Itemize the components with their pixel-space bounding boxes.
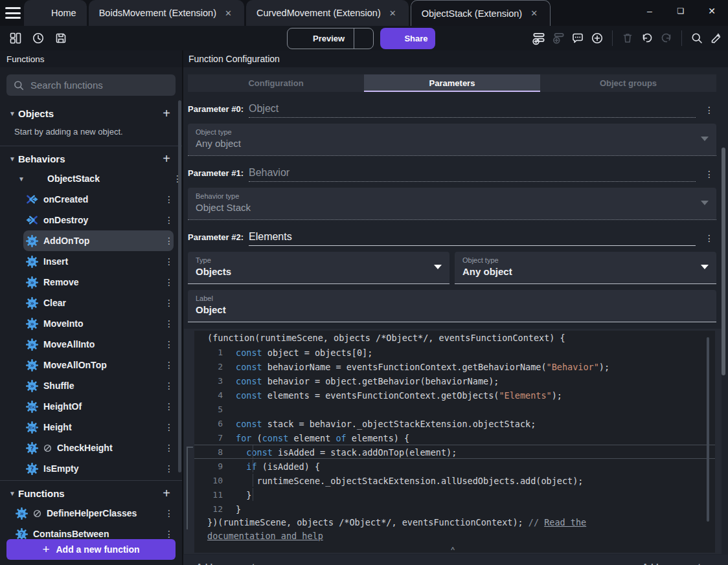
item-menu-button[interactable]: ⋮ (159, 381, 174, 391)
add-comment-icon[interactable] (570, 30, 586, 46)
panels-icon[interactable] (8, 30, 23, 46)
function-item-moveallinto[interactable]: »MoveAllInto ⋮ (23, 334, 174, 355)
item-menu-button[interactable]: ⋮ (159, 215, 174, 225)
documentation-link[interactable]: Read the (544, 517, 586, 527)
item-menu-button[interactable]: ⋮ (159, 256, 174, 267)
add-objects-button[interactable]: + (159, 107, 174, 120)
tab-objectstack-extension[interactable]: ObjectStack (Extension)✕ (411, 0, 551, 26)
config-tab-configuration[interactable]: Configuration (188, 74, 364, 92)
parameter-menu-button[interactable]: ⋮ (696, 105, 716, 118)
function-item-clear[interactable]: »Clear ⋮ (23, 293, 174, 313)
editor-scrollbar[interactable] (707, 337, 709, 522)
parameter-name-field[interactable]: Behavior (249, 167, 696, 182)
svg-text:»: » (30, 258, 34, 265)
code-line-4[interactable]: 4 const elements = eventsFunctionContext… (194, 388, 715, 402)
dropdown-object-type[interactable]: Object type Any object (455, 252, 716, 284)
function-item-heightof[interactable]: f(x)HeightOf ⋮ (23, 396, 174, 417)
editor-resize-handle[interactable]: ^ (451, 546, 455, 554)
function-item-checkheight[interactable]: ?CheckHeight ⋮ (23, 438, 174, 458)
main-scrollbar[interactable] (722, 148, 725, 375)
function-item-oncreated[interactable]: onCreated ⋮ (23, 189, 174, 210)
parameter-name-field[interactable]: Object (249, 103, 696, 118)
tab-close-icon[interactable]: ✕ (223, 7, 234, 19)
code-line-5[interactable]: 5 (194, 402, 715, 416)
function-item-moveinto[interactable]: »MoveInto ⋮ (23, 313, 174, 334)
history-icon[interactable] (30, 30, 46, 46)
edit-pen-icon[interactable] (709, 30, 724, 46)
function-item-height[interactable]: f(x)Height ⋮ (23, 417, 174, 438)
code-line-2[interactable]: 2 const behaviorName = eventsFunctionCon… (194, 359, 715, 373)
tab-home[interactable]: Home (24, 0, 87, 26)
code-line-11[interactable]: 11 } (194, 487, 715, 502)
function-item-remove[interactable]: »Remove ⋮ (23, 272, 174, 293)
parameter-menu-button[interactable]: ⋮ (696, 169, 716, 182)
tab-close-icon[interactable]: ✕ (387, 7, 398, 19)
function-item-isempty[interactable]: ?IsEmpty ⋮ (23, 458, 174, 479)
item-menu-button[interactable]: ⋮ (159, 401, 174, 412)
add-behaviors-button[interactable]: + (159, 152, 174, 165)
item-menu-button[interactable]: ⋮ (159, 298, 174, 308)
preview-options-dropdown[interactable] (354, 28, 373, 49)
item-menu-button[interactable]: ⋮ (159, 339, 174, 349)
code-line-7[interactable]: 7 for (const element of elements) { (194, 430, 715, 445)
parameter-name-field[interactable]: Elements (249, 231, 696, 246)
function-item-definehelperclasses[interactable]: »DefineHelperClasses ⋮ (13, 503, 174, 524)
share-button[interactable]: Share (380, 28, 435, 49)
preview-button[interactable]: Preview (288, 28, 354, 49)
code-line-10[interactable]: 10 runtimeScene._objectStackExtension.al… (194, 473, 715, 487)
tab-boidsmovement-extension[interactable]: BoidsMovement (Extension)✕ (89, 0, 244, 26)
main-menu-button[interactable] (5, 7, 21, 19)
add-new-function-button[interactable]: + Add a new function (6, 539, 176, 560)
add-functions-button[interactable]: + (159, 487, 174, 500)
window-controls: –❏✕ (643, 4, 719, 18)
section-header-functions[interactable]: ▼ Functions + (0, 483, 182, 503)
add-event-icon[interactable] (531, 30, 547, 46)
code-line-6[interactable]: 6 const stack = behavior._objectStackExt… (194, 416, 715, 430)
code-line-12[interactable]: 12 } (194, 502, 715, 516)
function-item-addontop[interactable]: »AddOnTop ⋮ (23, 230, 174, 251)
add-circle-icon[interactable] (589, 30, 605, 46)
add-parameter-button[interactable]: Add a parameter (196, 562, 263, 565)
item-menu-button[interactable]: ⋮ (159, 318, 174, 329)
item-menu-button[interactable]: ⋮ (159, 443, 174, 453)
search-icon[interactable] (689, 30, 705, 46)
window-maximize-button[interactable]: ❏ (674, 4, 688, 18)
dropdown-type[interactable]: Type Objects (188, 252, 449, 284)
code-line-9[interactable]: 9 if (isAdded) { (194, 459, 715, 473)
item-menu-button[interactable]: ⋮ (159, 194, 174, 205)
undo-icon[interactable] (639, 30, 655, 46)
item-menu-button[interactable]: ⋮ (159, 236, 174, 246)
item-menu-button[interactable]: ⋮ (159, 529, 174, 539)
function-item-moveallontop[interactable]: »MoveAllOnTop ⋮ (23, 355, 174, 375)
item-menu-button[interactable]: ⋮ (159, 422, 174, 432)
sidebar-scrollbar[interactable] (178, 100, 181, 472)
folder-objectstack[interactable]: ▼ ObjectStack ⋮ (0, 168, 182, 189)
window-minimize-button[interactable]: – (643, 4, 657, 18)
code-line-1[interactable]: 1 const object = objects[0]; (194, 345, 715, 359)
item-menu-button[interactable]: ⋮ (159, 277, 174, 287)
item-menu-button[interactable]: ⋮ (159, 508, 174, 518)
documentation-link[interactable]: documentation and help (207, 531, 323, 541)
section-header-behaviors[interactable]: ▼ Behaviors + (0, 149, 182, 168)
save-icon[interactable] (53, 30, 69, 46)
tab-curvedmovement-extension[interactable]: CurvedMovement (Extension)✕ (246, 0, 409, 26)
search-functions-input[interactable] (30, 80, 169, 91)
parameter-menu-button[interactable]: ⋮ (696, 233, 716, 246)
item-menu-button[interactable]: ⋮ (159, 463, 174, 474)
svg-text:»: » (30, 278, 34, 285)
input-label[interactable]: Label Object (188, 290, 716, 322)
add-parameter-button-right[interactable]: Add a parameter (642, 562, 709, 565)
javascript-code-editor[interactable]: (function(runtimeScene, objects /*Object… (194, 331, 715, 553)
tab-close-icon[interactable]: ✕ (529, 7, 540, 19)
item-menu-button[interactable]: ⋮ (159, 360, 174, 370)
function-item-shuffle[interactable]: »Shuffle ⋮ (23, 375, 174, 396)
code-line-8[interactable]: 8 const isAdded = stack.addOnTop(element… (194, 445, 715, 459)
function-item-insert[interactable]: »Insert ⋮ (23, 251, 174, 272)
section-header-objects[interactable]: ▼ Objects + (0, 104, 182, 123)
code-line-3[interactable]: 3 const behavior = object.getBehavior(be… (194, 373, 715, 388)
share-label: Share (404, 34, 427, 43)
function-item-ondestroy[interactable]: onDestroy ⋮ (23, 210, 174, 230)
config-tab-object-groups[interactable]: Object groups (540, 74, 716, 92)
config-tab-parameters[interactable]: Parameters (364, 74, 540, 92)
window-close-button[interactable]: ✕ (705, 4, 719, 18)
